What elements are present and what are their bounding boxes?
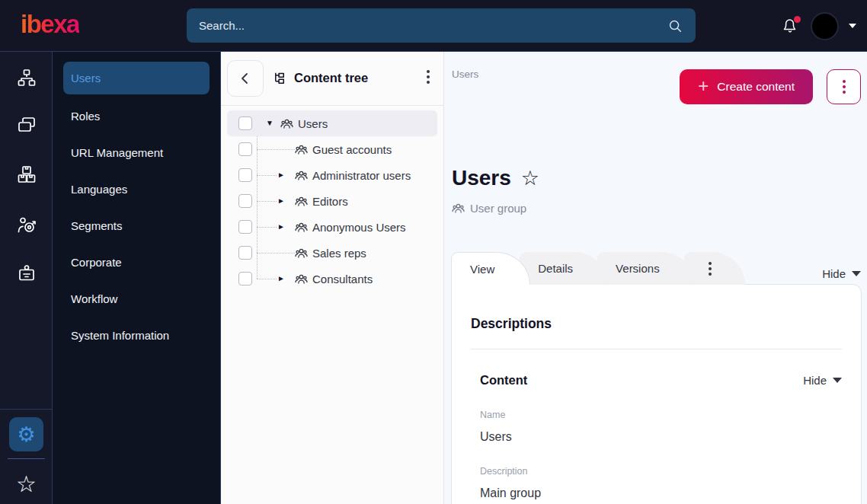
user-group-icon (452, 202, 465, 215)
tree-checkbox-administrator-users[interactable] (238, 168, 252, 182)
tree-item-administrator-users[interactable]: ► Administrator users (227, 162, 437, 188)
notification-dot (794, 16, 801, 23)
notifications-bell-icon[interactable] (781, 16, 801, 36)
create-content-button[interactable]: + Create content (680, 69, 813, 104)
user-menu-caret-icon[interactable] (849, 24, 856, 28)
tab-view[interactable]: View (451, 252, 530, 285)
caret-down-icon (833, 378, 842, 383)
personalization-target-icon[interactable] (9, 208, 43, 242)
tab-versions[interactable]: Versions (597, 252, 695, 285)
search-icon[interactable] (667, 18, 683, 34)
topbar: ibexa (0, 0, 867, 52)
hide-all-toggle[interactable]: Hide (822, 267, 861, 280)
field-value: Main group (480, 486, 842, 500)
bookmarks-star-icon[interactable]: ☆ (9, 467, 43, 501)
sidebar-item-roles[interactable]: Roles (53, 97, 220, 134)
field-description: Description Main group (471, 466, 842, 500)
tree-item-users[interactable]: ▼ Users (227, 110, 437, 136)
kebab-icon (840, 77, 849, 97)
rail-divider-2 (8, 458, 45, 459)
user-group-icon (295, 169, 308, 182)
product-catalog-icon[interactable] (9, 157, 43, 191)
user-group-icon (295, 143, 308, 156)
expand-arrow-icon[interactable]: ► (277, 171, 286, 179)
expand-arrow-icon[interactable]: ► (277, 275, 286, 282)
content-tree-icon (273, 71, 287, 85)
view-tab-panel: Descriptions Content Hide Name Users Des… (451, 284, 862, 504)
field-label: Name (480, 410, 842, 420)
content-tree-list: ▼ Users Guest accounts ► Administrator u… (221, 106, 443, 292)
user-group-icon (295, 273, 308, 285)
sidebar-item-corporate[interactable]: Corporate (53, 244, 220, 280)
content-tree-header: Content tree (221, 52, 443, 106)
descriptions-heading: Descriptions (471, 316, 842, 332)
tree-checkbox-users[interactable] (238, 116, 252, 130)
user-group-icon (295, 247, 308, 260)
hide-content-section-toggle[interactable]: Hide (803, 374, 842, 387)
plus-icon: + (698, 77, 709, 95)
user-group-icon (295, 221, 308, 234)
tree-checkbox-guest-accounts[interactable] (238, 142, 252, 156)
collapse-tree-button[interactable] (227, 60, 264, 97)
content-tree-panel: Content tree ▼ Users Guest accounts (221, 52, 444, 504)
tree-checkbox-consultants[interactable] (238, 272, 252, 285)
global-search-bar[interactable] (187, 8, 696, 43)
chevron-left-icon (238, 71, 253, 86)
sidebar-item-languages[interactable]: Languages (53, 171, 220, 207)
content-structure-icon[interactable] (9, 61, 43, 95)
rail-divider (0, 409, 53, 410)
tree-item-guest-accounts[interactable]: Guest accounts (227, 136, 437, 162)
sidebar-item-workflow[interactable]: Workflow (53, 280, 220, 317)
card-divider (471, 349, 842, 349)
collapse-arrow-icon[interactable]: ▼ (265, 120, 274, 127)
tree-item-consultants[interactable]: ► Consultants (227, 266, 437, 292)
content-type-badge: User group (452, 202, 526, 215)
content-tree-title: Content tree (273, 71, 368, 85)
user-group-icon (295, 195, 308, 208)
breadcrumb[interactable]: Users (452, 69, 478, 80)
ibexa-logo[interactable]: ibexa (21, 10, 79, 39)
field-label: Description (480, 466, 842, 477)
sidebar-item-users[interactable]: Users (63, 62, 210, 94)
user-group-icon (280, 117, 293, 130)
search-input[interactable] (199, 19, 667, 32)
caret-down-icon (852, 271, 861, 276)
icon-rail: ⚙ ☆ (0, 52, 53, 504)
corporate-badge-icon[interactable] (9, 256, 43, 290)
content-section-heading: Content (480, 373, 527, 388)
page-title: Users (452, 166, 511, 190)
sidebar-item-segments[interactable]: Segments (53, 207, 220, 244)
kebab-icon (705, 259, 715, 279)
tree-checkbox-sales-reps[interactable] (238, 246, 252, 260)
pages-icon[interactable] (9, 107, 43, 142)
tree-checkbox-editors[interactable] (238, 194, 252, 208)
sidebar-item-url-management[interactable]: URL Management (53, 134, 220, 171)
field-value: Users (480, 430, 842, 444)
main-content: Users + Create content Users ☆ User grou… (444, 52, 867, 504)
field-name: Name Users (471, 410, 842, 444)
user-avatar[interactable] (811, 12, 839, 40)
tree-item-anonymous-users[interactable]: ► Anonymous Users (227, 214, 437, 240)
tree-item-sales-reps[interactable]: Sales reps (227, 240, 437, 266)
admin-sidebar: Users Roles URL Management Languages Seg… (53, 52, 221, 504)
expand-arrow-icon[interactable]: ► (277, 197, 286, 205)
expand-arrow-icon[interactable]: ► (277, 223, 286, 231)
tab-details[interactable]: Details (520, 252, 608, 285)
tab-bar: View Details Versions (451, 252, 734, 285)
sidebar-item-system-information[interactable]: System Information (53, 317, 220, 353)
content-actions-kebab-button[interactable] (827, 69, 861, 104)
bookmark-star-icon[interactable]: ☆ (521, 168, 539, 189)
tree-checkbox-anonymous-users[interactable] (238, 220, 252, 234)
admin-settings-gear-icon[interactable]: ⚙ (9, 417, 43, 451)
tree-item-editors[interactable]: ► Editors (227, 188, 437, 214)
tree-options-kebab-button[interactable] (424, 67, 433, 87)
